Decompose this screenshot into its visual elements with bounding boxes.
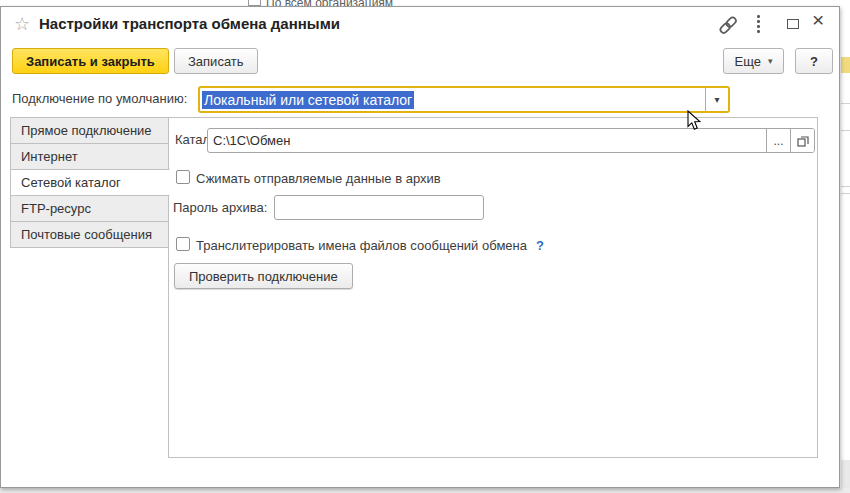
mouse-cursor: [687, 110, 702, 136]
open-directory-button[interactable]: [790, 129, 814, 152]
window-menu-dots-icon[interactable]: [757, 15, 761, 33]
close-icon[interactable]: ×: [812, 8, 824, 32]
help-button[interactable]: ?: [795, 48, 833, 74]
transport-tabs: Прямое подключение Интернет Сетевой ката…: [10, 117, 170, 248]
save-and-close-button[interactable]: Записать и закрыть: [12, 48, 169, 74]
catalog-input[interactable]: C:\1C\Обмен: [208, 129, 766, 152]
archive-password-input[interactable]: [274, 195, 484, 220]
page-title: Настройки транспорта обмена данными: [39, 15, 340, 32]
check-connection-button[interactable]: Проверить подключение: [174, 263, 353, 289]
chevron-down-icon: ▾: [768, 56, 773, 66]
more-button[interactable]: Еще▾: [723, 48, 784, 74]
tab-network-directory[interactable]: Сетевой каталог: [10, 169, 170, 196]
default-connection-combobox[interactable]: Локальный или сетевой каталог ▾: [198, 86, 730, 113]
browse-button[interactable]: ...: [766, 129, 790, 152]
tab-internet[interactable]: Интернет: [10, 143, 169, 170]
catalog-field-group: C:\1C\Обмен ...: [207, 128, 815, 153]
copy-link-icon[interactable]: [717, 14, 739, 36]
favorite-star-icon[interactable]: ☆: [14, 13, 30, 35]
background-bottom-strip: [0, 488, 850, 493]
tab-email-messages[interactable]: Почтовые сообщения: [10, 221, 169, 248]
compress-checkbox[interactable]: [176, 170, 190, 184]
network-directory-panel: Каталог: C:\1C\Обмен ... Сжимать отправл…: [168, 117, 818, 458]
chevron-down-icon: ▾: [714, 94, 719, 105]
transliterate-help-link[interactable]: ?: [536, 238, 544, 253]
selected-connection-value: Локальный или сетевой каталог: [202, 91, 414, 109]
tab-ftp-resource[interactable]: FTP-ресурс: [10, 195, 169, 222]
dialog-transport-settings: ☆ Настройки транспорта обмена данными × …: [0, 6, 840, 488]
transliterate-checkbox[interactable]: [176, 237, 190, 251]
maximize-icon[interactable]: [787, 19, 799, 29]
screen: По всем организациям ☆ Настройки транспо…: [0, 0, 850, 493]
background-yellow-cell: [841, 57, 850, 73]
transliterate-checkbox-label: Транслитерировать имена файлов сообщений…: [196, 238, 544, 253]
save-button[interactable]: Записать: [174, 48, 258, 74]
compress-checkbox-label: Сжимать отправляемые данные в архив: [196, 171, 441, 186]
archive-password-label: Пароль архива:: [173, 200, 267, 215]
open-icon: [796, 134, 810, 148]
default-connection-label: Подключение по умолчанию:: [12, 91, 187, 106]
combobox-dropdown-button[interactable]: ▾: [705, 88, 728, 111]
background-window-right-fragment: [841, 0, 850, 493]
tab-direct-connection[interactable]: Прямое подключение: [10, 117, 169, 144]
